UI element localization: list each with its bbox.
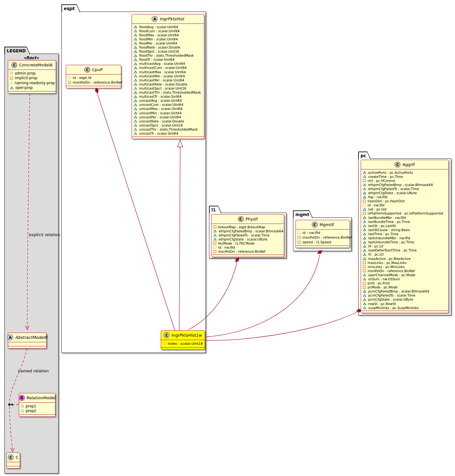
attribute-row: pcmCfgFailedBmp : scalar.Bitmask64 [361,289,448,293]
attribute-text: createTime : pc.Time [368,175,403,178]
package-eqpt-label: eqpt [64,6,75,11]
attribute-text: ethpmCfgFailedTs : scalar.Time [368,187,419,191]
attribute-row: oper-prop [8,85,56,91]
attribute-row: createTime : pc.Time [361,174,448,178]
attribute-text: unicastThr : stats.ThresholdedMask [139,127,197,131]
attribute-row: lastSt : pc.LastSt [361,224,448,228]
oper-prop-icon [363,306,366,309]
class-spot-icon: C [238,216,244,222]
methods-compartment [8,91,56,93]
attribute-row: multicastMax : scalar.Uint64 [132,70,204,74]
oper-prop-icon [363,290,366,293]
attribute-row: lastTime : pc.Time [361,232,448,236]
attribute-text: floodAvg : scalar.Uint64 [139,25,178,29]
attribute-row: unicastRate : scalar.Double [132,119,204,123]
attribute-row: multicastCum : scalar.Uint64 [132,66,204,70]
naming-readonly-prop-icon [213,246,217,249]
class-spot-icon: C [312,222,318,228]
methods-compartment [212,255,284,257]
oper-prop-icon [134,111,137,114]
naming-readonly-prop-icon [163,342,166,346]
attributes-compartment: prop1prop2 [19,403,55,414]
class-title: AAbstractModelB [8,333,46,342]
attribute-row: maxActive : pc.MaxActive [361,256,448,261]
attribute-row: ctrl : pc.IfControl [361,178,448,183]
oper-prop-icon [363,232,366,235]
attribute-text: floodTr : scalar.Sint64 [139,58,175,61]
attribute-row: ethpmCfgFailedTs : scalar.Time [361,187,448,191]
class-name: IngrPktsHist [160,17,184,21]
implicit-prop-icon [10,77,13,80]
attribute-row: fecMode : l1.FECMode [212,241,284,245]
attribute-row: index : scalar.Uint16 [161,341,205,346]
methods-compartment [161,347,205,349]
attribute-row: prop1 [19,404,55,409]
attribute-row: pcmCfgFailedTs : scalar.Time [361,293,448,298]
naming-readonly-prop-icon [10,81,13,85]
attribute-text: multicastPer : scalar.Uint64 [139,78,184,82]
attribute-text: floodMax : scalar.Uint64 [139,33,179,37]
attributes-compartment: admin-propimplicit-propnaming-readonly-p… [8,70,56,91]
class-title: CPhysIf [212,215,284,224]
package-legend-label: LEGEND [7,48,26,53]
oper-prop-icon [10,86,13,89]
attribute-text: floodPer : scalar.Uint64 [139,41,177,45]
composition-link-mgmtif [206,255,320,337]
class-cpup: CCpuPid : eqpt.IdmonPolDn : reference.Bi… [66,65,121,88]
oper-prop-icon [134,79,137,81]
oper-prop-icon [134,116,137,118]
attributes-compartment: id : eqpt.IdmonPolDn : reference.BinRef [66,75,121,86]
attribute-text: rowSt : pc.RowSt [368,302,396,306]
attribute-text: multicastAvg : scalar.Uint64 [139,62,185,65]
uml-class-diagram: LEGEND eqpt l1 mgmt pc «Rect» explicit r… [0,0,455,476]
class-spot-icon: C [395,162,400,168]
oper-prop-icon [363,171,366,174]
attribute-text: ltl : pc.Ltl [368,252,384,256]
class-abstractmodelb: AAbstractModelB [8,333,47,349]
attribute-text: id : nw.IfId [302,231,320,235]
attribute-row: lastUnbundleTime : pc.Time [361,240,448,244]
oper-prop-icon [134,132,137,135]
class-spot-icon: C [84,67,90,73]
class-name: AggrIf [402,162,415,167]
attributes-compartment: activePorts : pc.ActivePortscreateTime :… [361,169,448,311]
oper-prop-icon [134,42,137,44]
class-c: CC [6,453,20,468]
attribute-text: floodMin : scalar.Uint64 [139,37,178,41]
attributes-compartment: brkoutMap : eqpt.BrkoutMapethpmCfgFailed… [212,224,284,255]
attribute-row: prop2 [19,409,55,414]
implicit-prop-icon [363,282,366,285]
oper-prop-icon [363,237,366,240]
attribute-text: id : nw.IfId [368,203,384,207]
attribute-text: maxActive : pc.MaxActive [368,257,411,261]
attribute-text: osSum : nw.OSSum [368,277,400,281]
attribute-text: multicastSpct : scalar.Uint16 [139,86,186,90]
naming-readonly-prop-icon [363,203,366,207]
class-name: CpuP [92,67,102,72]
oper-prop-icon [134,87,137,90]
admin-prop-icon [10,72,13,75]
class-title: CCpuP [66,65,121,75]
attribute-row: lastBundleTime : pc.Time [361,220,448,224]
attributes-compartment [8,342,46,346]
attribute-text: isPlatformSupported : pc.IsPlatformSuppo… [368,211,443,215]
methods-compartment [19,414,55,416]
package-pc-tab: pc [358,152,371,159]
attribute-text: floodCum : scalar.Uint64 [139,29,180,33]
attribute-text: unicastAvg : scalar.Uint64 [139,99,182,102]
implicit-prop-icon [363,269,366,272]
class-mgmtif: CMgmtIfid : nw.IfIdmonPolDn : reference.… [295,220,350,248]
attribute-row: id : eqpt.Id [66,75,121,80]
oper-prop-icon [134,95,137,98]
legend-stereotype: «Rect» [4,55,58,60]
attribute-text: index : scalar.Uint16 [168,342,203,346]
attribute-row: ethpmCfgState : scalar.UByte [212,237,284,241]
attribute-row: floodRate : scalar.Double [132,45,204,49]
attribute-row: unicastMax : scalar.Uint64 [132,107,204,111]
implicit-prop-icon [363,261,366,264]
attribute-text: prop2 [26,409,36,413]
oper-prop-icon [134,124,137,127]
attribute-row: activePorts : pc.ActivePorts [361,170,448,174]
attribute-text: lastUnbundleTime : pc.Time [368,240,414,244]
attribute-row: unicastThr : stats.ThresholdedMask [132,127,204,131]
